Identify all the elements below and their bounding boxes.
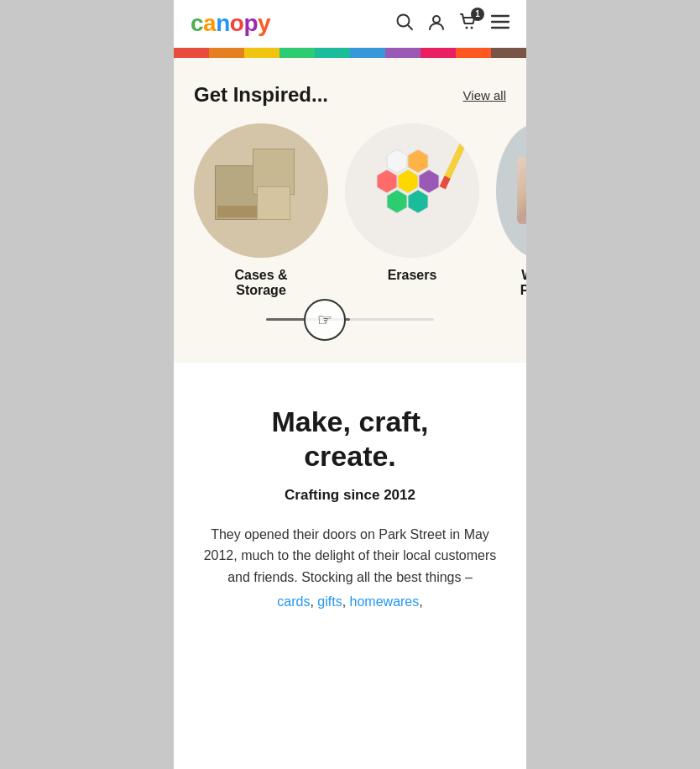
cart-badge: 1 bbox=[471, 8, 484, 21]
about-subtitle: Crafting since 2012 bbox=[194, 487, 506, 504]
about-body: They opened their doors on Park Street i… bbox=[194, 524, 506, 589]
cases-label: Cases &Storage bbox=[234, 268, 287, 298]
cases-visual bbox=[194, 123, 328, 258]
wrap-image bbox=[496, 123, 526, 258]
headline-line2: create. bbox=[304, 440, 396, 472]
get-inspired-section: Get Inspired... View all bbox=[174, 58, 526, 363]
menu-icon[interactable] bbox=[491, 14, 509, 34]
rainbow-banner bbox=[174, 48, 526, 58]
wrap-roll-1 bbox=[517, 157, 526, 224]
section-title: Get Inspired... bbox=[194, 83, 328, 107]
drag-cursor-icon: ☞ bbox=[317, 310, 332, 330]
wrap-visual bbox=[496, 123, 526, 258]
about-headline: Make, craft, create. bbox=[194, 405, 506, 473]
svg-line-1 bbox=[408, 25, 412, 29]
wrap-label: WrapPap... bbox=[520, 268, 526, 298]
logo[interactable]: canopy bbox=[191, 10, 270, 37]
svg-marker-11 bbox=[398, 170, 418, 193]
svg-marker-10 bbox=[377, 170, 397, 193]
view-all-link[interactable]: View all bbox=[463, 88, 506, 102]
svg-marker-14 bbox=[408, 190, 428, 213]
about-links-line: cards, gifts, homewares, bbox=[194, 591, 506, 613]
box3 bbox=[257, 186, 290, 220]
search-icon[interactable] bbox=[395, 13, 414, 35]
erasers-label: Erasers bbox=[388, 268, 437, 283]
cases-image bbox=[194, 123, 328, 258]
carousel-item-erasers[interactable]: Erasers bbox=[345, 123, 479, 298]
storage-boxes bbox=[211, 140, 311, 241]
cards-link[interactable]: cards bbox=[277, 594, 310, 609]
carousel-item-wrap[interactable]: WrapPap... bbox=[496, 123, 526, 298]
header-icons: 1 bbox=[395, 13, 509, 35]
user-icon[interactable] bbox=[427, 13, 446, 35]
svg-point-4 bbox=[471, 26, 473, 29]
box-label bbox=[217, 206, 259, 217]
erasers-image bbox=[345, 123, 479, 258]
homewares-link[interactable]: homewares bbox=[350, 594, 420, 609]
svg-marker-9 bbox=[408, 149, 428, 173]
about-section: Make, craft, create. Crafting since 2012… bbox=[174, 363, 526, 650]
header: canopy 1 bbox=[174, 0, 526, 48]
wrap-rolls bbox=[509, 149, 526, 233]
cart-icon[interactable]: 1 bbox=[459, 13, 478, 35]
carousel-container: Cases &Storage bbox=[174, 123, 526, 298]
slider-thumb[interactable]: ☞ bbox=[304, 299, 346, 341]
erasers-visual bbox=[345, 123, 479, 258]
svg-marker-13 bbox=[387, 190, 407, 213]
section-header: Get Inspired... View all bbox=[174, 83, 526, 107]
phone-container: canopy 1 bbox=[174, 0, 526, 769]
svg-marker-12 bbox=[419, 170, 439, 193]
slider-track[interactable]: ☞ bbox=[266, 318, 434, 321]
slider-container: ☞ bbox=[174, 298, 526, 346]
headline-line1: Make, craft, bbox=[271, 405, 428, 437]
carousel-item-cases[interactable]: Cases &Storage bbox=[194, 123, 328, 298]
gifts-link[interactable]: gifts bbox=[317, 594, 342, 609]
svg-point-2 bbox=[433, 16, 440, 23]
svg-marker-8 bbox=[387, 149, 407, 173]
svg-point-3 bbox=[466, 26, 468, 29]
carousel-track: Cases &Storage bbox=[194, 123, 506, 298]
